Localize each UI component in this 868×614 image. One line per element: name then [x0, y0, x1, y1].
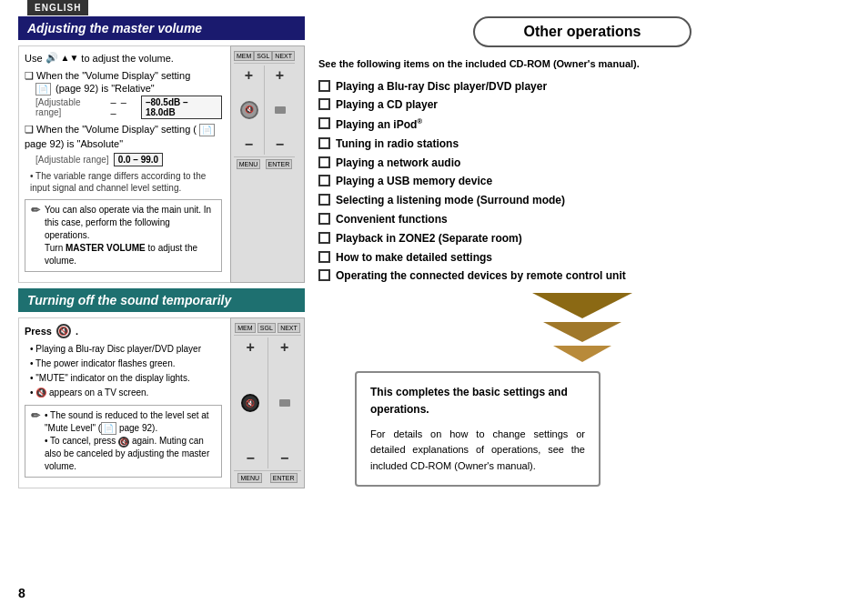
- checkbox-icon: [318, 232, 330, 244]
- item-text: Selecting a listening mode (Surround mod…: [336, 193, 565, 208]
- checkbox-icon: [318, 98, 330, 110]
- mute-icon-small: 🔇: [35, 388, 46, 398]
- arrow-updown-icon: ▲▼: [61, 53, 79, 63]
- completion-line1: This completes the basic settings and op…: [370, 384, 585, 418]
- item-text: Convenient functions: [336, 212, 448, 227]
- bullet1-label: ❑ When the "Volume Display" setting: [25, 69, 222, 83]
- mute-note-text: • The sound is reduced to the level set …: [45, 409, 216, 473]
- checkbox-icon: [318, 251, 330, 263]
- volume-bullet-2: ❑ When the "Volume Display" setting ( 📄 …: [25, 123, 222, 166]
- mute-image: MEM SGL NEXT + 🔇 − + −: [230, 317, 305, 488]
- right-column: Other operations See the following items…: [318, 16, 846, 487]
- period-text: .: [76, 326, 78, 337]
- item-text: Playing a network audio: [336, 156, 460, 171]
- mute-section-wrapper: Press 🔇 . • Playing a Blu-ray Disc playe…: [18, 317, 305, 488]
- checkbox-icon: [318, 194, 330, 206]
- volume-section-header: Adjusting the master volume: [18, 16, 305, 40]
- list-item: Playing a USB memory device: [318, 174, 846, 189]
- item-text: Operating the connected devices by remot…: [336, 268, 626, 284]
- item-text: Playing a CD player: [336, 97, 438, 113]
- bullet2-label: ❑ When the "Volume Display" setting ( 📄 …: [25, 123, 222, 151]
- checkbox-icon: [318, 269, 330, 281]
- list-item: Tuning in radio stations: [318, 136, 846, 152]
- mute-note-icon: ✏: [31, 409, 40, 422]
- use-text: Use: [25, 53, 43, 64]
- adj-range-2: [Adjustable range] 0.0 – 99.0: [25, 153, 222, 166]
- note-text: You can also operate via the main unit. …: [45, 204, 216, 267]
- mute-button-icon: 🔇: [56, 324, 71, 338]
- arrow-2-icon: [543, 322, 621, 342]
- cancel-mute-icon: 🔇: [118, 437, 129, 448]
- other-ops-container: Other operations: [318, 16, 846, 47]
- operations-list: Playing a Blu-ray Disc player/DVD player…: [318, 79, 846, 285]
- volume-bullet-1: ❑ When the "Volume Display" setting 📄 (p…: [25, 69, 222, 119]
- volume-section-wrapper: Use 🔊 ▲▼ to adjust the volume. ❑ When th…: [18, 45, 305, 283]
- mute-note-box: ✏ • The sound is reduced to the level se…: [25, 405, 222, 478]
- list-item: Playing a Blu-ray Disc player/DVD player: [318, 79, 846, 95]
- press-text: Press: [25, 326, 52, 337]
- volume-image: MEM SGL NEXT + 🔇 − + −: [230, 45, 305, 283]
- list-item: Playback in ZONE2 (Separate room): [318, 231, 846, 247]
- item-text: How to make detailed settings: [336, 250, 492, 266]
- completion-line2: For details on how to change settings or…: [370, 427, 585, 475]
- adj-range-label-1: [Adjustable range]: [35, 97, 106, 117]
- master-volume-bold: MASTER VOLUME: [66, 243, 146, 253]
- mute-bullet-indicator: • "MUTE" indicator on the display lights…: [25, 372, 222, 385]
- bullet1-text: When the "Volume Display" setting: [36, 70, 190, 81]
- list-item: Operating the connected devices by remot…: [318, 268, 846, 284]
- checkbox-icon: [318, 80, 330, 92]
- checkbox-icon: [318, 213, 330, 225]
- arrow-1-icon: [532, 293, 632, 318]
- list-item: How to make detailed settings: [318, 250, 846, 266]
- checkbox-icon: [318, 156, 330, 168]
- note-icon: ✏: [31, 204, 40, 216]
- mute-bullet-tv: • 🔇 appears on a TV screen.: [25, 387, 222, 399]
- list-item: Playing a network audio: [318, 156, 846, 171]
- range-value-1: –80.5dB – 18.0dB: [141, 96, 222, 119]
- list-item: Playing a CD player: [318, 97, 846, 113]
- adj-range-label-2: [Adjustable range]: [35, 155, 109, 165]
- volume-icon: 🔊: [45, 52, 58, 64]
- registered-icon: ®: [417, 117, 422, 126]
- range-value-2: 0.0 – 99.0: [114, 153, 163, 166]
- adj-range-1: [Adjustable range] – – – –80.5dB – 18.0d…: [25, 96, 222, 119]
- checkbox-icon: [318, 175, 330, 186]
- see-line: See the following items on the included …: [318, 56, 846, 72]
- page-number: 8: [18, 586, 25, 600]
- list-item: Convenient functions: [318, 212, 846, 227]
- item-text: Playing an iPod®: [336, 116, 422, 133]
- dashes: – – –: [111, 96, 136, 118]
- item-text: Tuning in radio stations: [336, 136, 459, 152]
- variable-note: • The variable range differs according t…: [25, 170, 222, 194]
- mute-bullet-1: • Playing a Blu-ray Disc player/DVD play…: [25, 343, 222, 356]
- bullet1-label2: 📄 (page 92) is "Relative": [25, 83, 222, 94]
- arrows-container: [318, 293, 846, 362]
- volume-note-box: ✏ You can also operate via the main unit…: [25, 199, 222, 272]
- item-text: Playing a Blu-ray Disc player/DVD player: [336, 79, 547, 95]
- item-text: Playback in ZONE2 (Separate room): [336, 231, 522, 247]
- left-column: Adjusting the master volume Use 🔊 ▲▼ to …: [18, 16, 305, 494]
- use-text2: to adjust the volume.: [81, 53, 174, 64]
- mute-bullet-power: • The power indicator flashes green.: [25, 357, 222, 370]
- other-ops-header: Other operations: [473, 16, 691, 47]
- completion-box: This completes the basic settings and op…: [355, 371, 601, 487]
- item-text: Playing a USB memory device: [336, 174, 492, 189]
- bullet2-text: When the "Volume Display" setting (: [36, 124, 197, 135]
- list-item: Selecting a listening mode (Surround mod…: [318, 193, 846, 208]
- list-item: Playing an iPod®: [318, 116, 846, 133]
- checkbox-icon: [318, 137, 330, 149]
- use-line: Use 🔊 ▲▼ to adjust the volume.: [25, 52, 222, 64]
- mute-section-header: Turning off the sound temporarily: [18, 288, 305, 312]
- arrow-3-icon: [553, 346, 611, 362]
- press-line: Press 🔇 .: [25, 324, 222, 338]
- english-tab: ENGLISH: [27, 0, 88, 15]
- checkbox-icon: [318, 117, 330, 129]
